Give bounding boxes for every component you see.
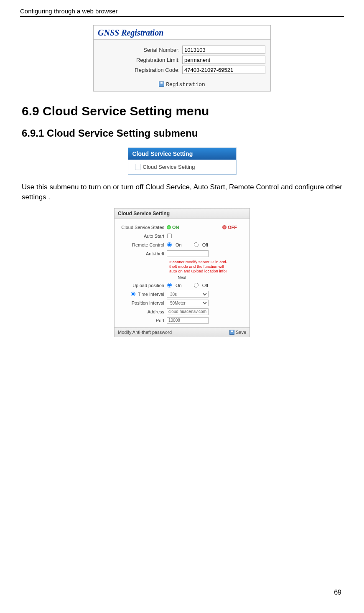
cloud-service-states-label: Cloud Service States — [119, 225, 167, 230]
gnss-title: GNSS Registration — [94, 25, 270, 39]
anti-theft-input[interactable] — [167, 250, 209, 257]
next-label: Next — [119, 275, 245, 280]
cloud-service-menu: Cloud Service Setting Cloud Service Sett… — [128, 148, 237, 175]
status-on-icon — [167, 225, 171, 229]
remote-control-label: Remote Control — [119, 242, 167, 247]
registration-limit-label: Registration Limit: — [99, 57, 182, 63]
modify-anti-theft-password-link[interactable]: Modify Anti-theft password — [118, 330, 172, 335]
section-heading-6-9: 6.9 Cloud Service Setting menu — [22, 104, 342, 118]
time-interval-radio[interactable] — [131, 292, 135, 296]
upload-position-off-radio[interactable] — [194, 283, 199, 287]
save-button[interactable]: Save — [229, 330, 246, 335]
document-icon — [135, 164, 140, 170]
menu-item-cloud-service[interactable]: Cloud Service Setting — [128, 160, 236, 174]
section-heading-6-9-1: 6.9.1 Cloud Service Setting submenu — [22, 127, 342, 139]
page-number: 69 — [334, 589, 341, 596]
registration-code-label: Registration Code: — [99, 67, 182, 73]
auto-start-label: Auto Start — [119, 234, 167, 239]
gnss-registration-panel: GNSS Registration Serial Number: Registr… — [93, 25, 271, 92]
auto-start-checkbox[interactable] — [167, 234, 172, 238]
save-icon — [229, 330, 234, 335]
remote-control-on-radio[interactable] — [167, 242, 172, 247]
upload-position-on-radio[interactable] — [167, 283, 172, 287]
remote-control-off-radio[interactable] — [194, 242, 199, 247]
save-icon — [159, 81, 164, 87]
menu-item-label: Cloud Service Setting — [143, 164, 195, 170]
description-paragraph: Use this submenu to turn on or turn off … — [22, 182, 342, 202]
position-interval-label: Position Interval — [119, 300, 167, 305]
anti-theft-label: Anti-theft — [119, 251, 167, 256]
anti-theft-warning: It cannot modify server IP in anti-theft… — [169, 259, 232, 275]
time-interval-select[interactable]: 30s — [167, 291, 209, 298]
registration-limit-input[interactable] — [182, 56, 265, 64]
upload-position-off-text: Off — [202, 283, 208, 288]
status-off-icon — [222, 225, 227, 229]
port-input[interactable] — [167, 317, 209, 324]
page-header: Configuring through a web browser — [20, 0, 344, 17]
port-label: Port — [119, 318, 167, 323]
remote-control-on-text: On — [176, 242, 182, 247]
address-label: Address — [119, 309, 167, 314]
time-interval-label: Time Interval — [119, 291, 167, 297]
page-content: GNSS Registration Serial Number: Registr… — [0, 17, 364, 346]
upload-position-on-text: On — [176, 283, 182, 288]
form-title: Cloud Service Setting — [115, 209, 249, 219]
address-input[interactable] — [167, 308, 209, 315]
menu-header: Cloud Service Setting — [128, 148, 236, 160]
serial-number-label: Serial Number: — [99, 47, 182, 53]
registration-button[interactable]: Registration — [166, 81, 205, 88]
remote-control-off-text: Off — [202, 242, 208, 247]
cloud-service-setting-form: Cloud Service Setting Cloud Service Stat… — [114, 208, 250, 337]
upload-position-label: Upload position — [119, 283, 167, 288]
registration-code-input[interactable] — [182, 66, 265, 74]
status-off-label: OFF — [228, 225, 237, 230]
serial-number-input[interactable] — [182, 46, 265, 54]
status-on-label: ON — [172, 225, 179, 230]
position-interval-select[interactable]: 50Meter — [167, 300, 209, 306]
